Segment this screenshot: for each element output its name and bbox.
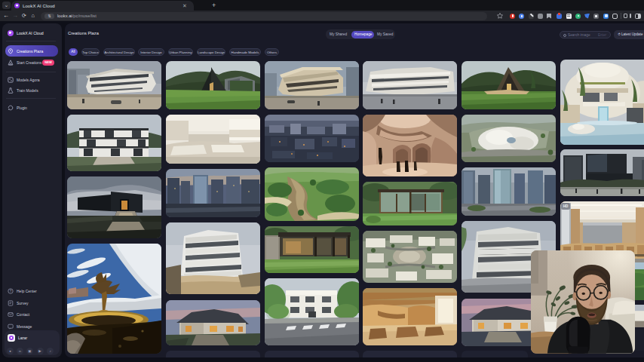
svg-text:?: ? [10, 290, 12, 293]
